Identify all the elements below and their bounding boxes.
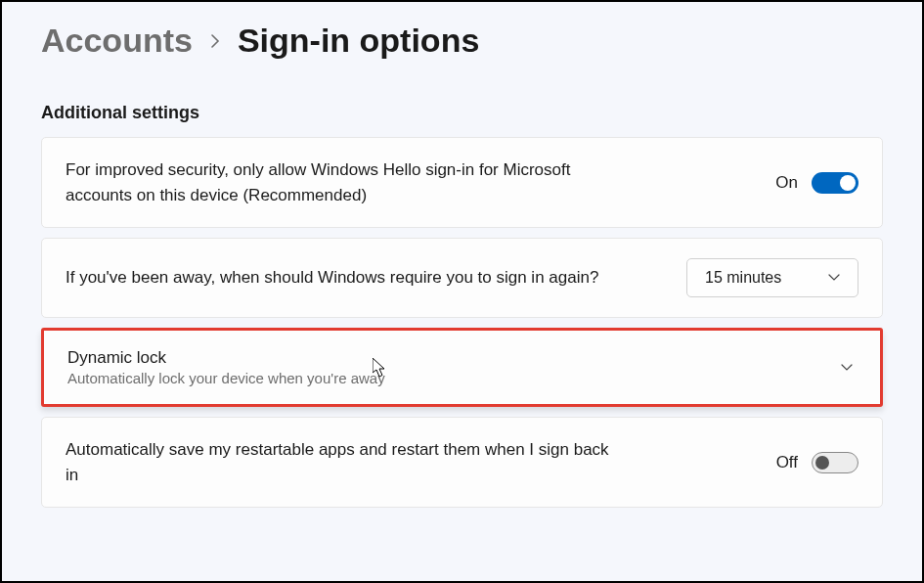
setting-restartable-apps: Automatically save my restartable apps a… <box>41 417 883 508</box>
setting-text: If you've been away, when should Windows… <box>66 265 613 291</box>
setting-title: Dynamic lock <box>67 348 817 368</box>
toggle-label: Off <box>776 453 798 472</box>
setting-windows-hello: For improved security, only allow Window… <box>41 137 883 228</box>
toggle-control: Off <box>776 452 858 473</box>
chevron-right-icon <box>208 28 222 54</box>
setting-text: For improved security, only allow Window… <box>66 157 613 207</box>
setting-dynamic-lock[interactable]: Dynamic lock Automatically lock your dev… <box>41 328 883 407</box>
setting-require-signin: If you've been away, when should Windows… <box>41 238 883 318</box>
toggle-control: On <box>775 172 858 194</box>
breadcrumb-parent[interactable]: Accounts <box>41 22 193 60</box>
breadcrumb: Accounts Sign-in options <box>41 22 883 60</box>
toggle-switch[interactable] <box>812 452 858 473</box>
chevron-down-icon <box>841 362 853 374</box>
setting-text: Automatically save my restartable apps a… <box>66 437 613 487</box>
section-title: Additional settings <box>41 103 883 123</box>
toggle-switch[interactable] <box>812 172 858 194</box>
breadcrumb-current: Sign-in options <box>238 22 479 60</box>
select-value: 15 minutes <box>705 269 781 287</box>
setting-subtitle: Automatically lock your device when you'… <box>67 370 817 386</box>
chevron-down-icon <box>828 272 840 284</box>
toggle-label: On <box>775 173 798 193</box>
require-signin-select[interactable]: 15 minutes <box>686 258 858 297</box>
